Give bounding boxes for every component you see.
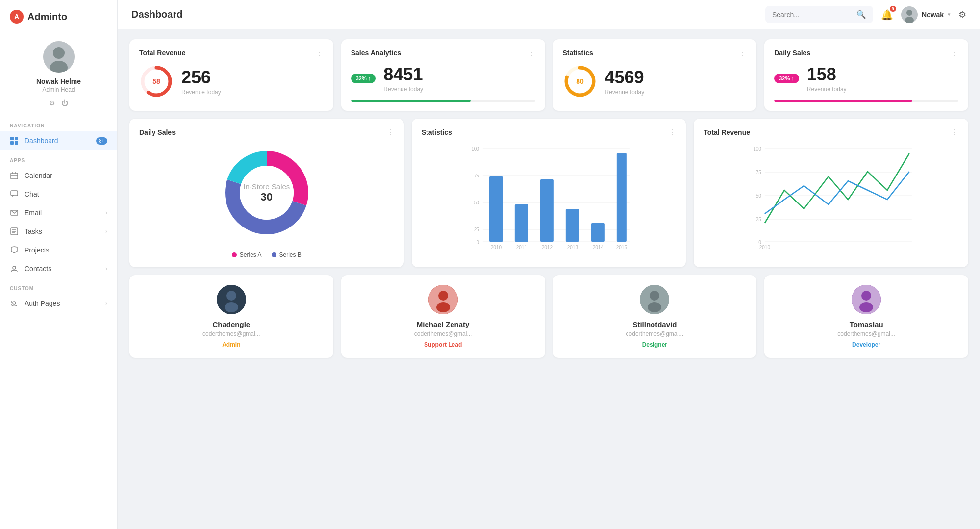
- person-stillnotdavid: Stillnotdavid coderthemes@gmai... Design…: [553, 275, 757, 358]
- chart-daily-sales: Daily Sales ⋮: [129, 119, 404, 267]
- svg-rect-4: [15, 137, 18, 140]
- sales-number: 8451: [383, 64, 535, 85]
- svg-point-69: [650, 291, 659, 301]
- line-chart-svg: 100 75 50 25 0 201: [704, 144, 958, 252]
- sidebar-item-dashboard[interactable]: Dashboard 8+: [0, 131, 117, 150]
- email-icon: [10, 208, 19, 217]
- donut-center-num: 30: [243, 191, 290, 203]
- legend-label-a: Series A: [240, 252, 262, 258]
- bar-2014: [591, 223, 604, 242]
- svg-rect-5: [10, 141, 14, 145]
- main-content: Dashboard 🔍 🔔 9 Nowak ▾ ⚙: [118, 0, 980, 529]
- daily-badge: 32% ↑: [774, 74, 799, 83]
- people-row: Chadengle coderthemes@gmai... Admin Mich…: [129, 275, 968, 358]
- card-menu-sales-analytics[interactable]: ⋮: [528, 48, 535, 57]
- dashboard-icon: [10, 136, 19, 145]
- legend-label-b: Series B: [279, 252, 302, 258]
- card-statistics: Statistics ⋮ 80 4569 Revenue today: [553, 39, 757, 111]
- custom-section-label: CUSTOM: [0, 278, 117, 294]
- legend-series-a: Series A: [232, 252, 262, 258]
- person-email-tomaslau: coderthemes@gmai...: [837, 330, 895, 337]
- revenue-number: 256: [181, 67, 324, 88]
- projects-icon: [10, 246, 19, 254]
- person-name-michael: Michael Zenaty: [417, 320, 470, 328]
- svg-point-1: [53, 47, 65, 59]
- person-email-chadengle: coderthemes@gmai...: [202, 330, 260, 337]
- daily-label: Revenue today: [807, 86, 958, 93]
- svg-rect-11: [11, 191, 18, 196]
- svg-rect-7: [11, 173, 18, 179]
- search-box[interactable]: 🔍: [765, 6, 873, 23]
- settings-icon[interactable]: ⚙: [49, 99, 55, 107]
- header: Dashboard 🔍 🔔 9 Nowak ▾ ⚙: [118, 0, 980, 29]
- svg-point-17: [13, 266, 16, 269]
- chart-statistics: Statistics ⋮ 100 75 50 25 0: [412, 119, 686, 267]
- person-name-stillnotdavid: Stillnotdavid: [632, 320, 677, 328]
- svg-text:2010: 2010: [490, 245, 502, 250]
- bar-2012: [540, 179, 553, 242]
- contacts-arrow: ›: [105, 265, 107, 272]
- svg-rect-3: [10, 137, 14, 140]
- stats-number: 4569: [605, 67, 747, 88]
- chart-menu-total-revenue[interactable]: ⋮: [951, 127, 958, 137]
- logo-icon: A: [10, 10, 24, 24]
- header-settings-icon[interactable]: ⚙: [958, 9, 966, 20]
- tasks-arrow: ›: [105, 228, 107, 235]
- content-area: Total Revenue ⋮ 58 256 Revenue today: [118, 29, 980, 529]
- dashboard-label: Dashboard: [25, 137, 58, 145]
- sidebar-item-email[interactable]: Email ›: [0, 203, 117, 222]
- projects-label: Projects: [25, 246, 50, 254]
- donut-center-text: In-Store Sales: [243, 182, 290, 191]
- bar-2015: [616, 153, 626, 242]
- svg-point-66: [438, 291, 448, 301]
- person-email-michael: coderthemes@gmai...: [414, 330, 472, 337]
- daily-progress: [774, 100, 912, 102]
- chart-menu-daily-sales[interactable]: ⋮: [386, 127, 394, 137]
- tasks-icon: [10, 227, 19, 236]
- chart-title-statistics: Statistics: [422, 128, 452, 136]
- bar-2010: [489, 176, 503, 242]
- app-logo: A Adminto: [0, 10, 117, 33]
- search-icon: 🔍: [856, 10, 866, 19]
- card-menu-statistics[interactable]: ⋮: [739, 48, 747, 57]
- svg-text:2012: 2012: [541, 245, 553, 250]
- card-menu-total-revenue[interactable]: ⋮: [316, 48, 324, 57]
- svg-text:75: 75: [756, 170, 762, 175]
- svg-point-72: [861, 291, 871, 301]
- svg-text:2011: 2011: [516, 245, 527, 250]
- search-input[interactable]: [772, 11, 853, 19]
- svg-text:75: 75: [474, 173, 479, 178]
- svg-text:2010: 2010: [759, 245, 771, 250]
- sidebar-item-chat[interactable]: Chat: [0, 185, 117, 203]
- bar-2011: [514, 204, 528, 242]
- email-arrow: ›: [105, 209, 107, 216]
- circle-progress-statistics: 80: [563, 64, 597, 99]
- revenue-label: Revenue today: [181, 89, 324, 96]
- svg-text:25: 25: [474, 227, 479, 232]
- card-menu-daily-sales[interactable]: ⋮: [951, 48, 958, 57]
- person-name-chadengle: Chadengle: [213, 320, 251, 328]
- sidebar-item-tasks[interactable]: Tasks ›: [0, 222, 117, 241]
- notification-badge: 9: [890, 6, 896, 12]
- person-role-chadengle: Admin: [222, 341, 240, 348]
- svg-text:58: 58: [152, 77, 160, 85]
- avatar-chadengle: [217, 285, 246, 314]
- chart-total-revenue: Total Revenue ⋮ 100 75 50 25 0: [694, 119, 968, 267]
- auth-pages-icon: [10, 299, 19, 308]
- bar-chart-svg: 100 75 50 25 0: [422, 144, 677, 252]
- chart-menu-statistics[interactable]: ⋮: [668, 127, 676, 137]
- line-green: [765, 153, 909, 223]
- sidebar-item-calendar[interactable]: Calendar: [0, 166, 117, 185]
- profile-avatar: [43, 41, 75, 73]
- notification-button[interactable]: 🔔 9: [881, 9, 893, 21]
- svg-point-63: [226, 291, 236, 301]
- card-total-revenue: Total Revenue ⋮ 58 256 Revenue today: [129, 39, 333, 111]
- profile-actions: ⚙ ⏻: [49, 99, 68, 107]
- sidebar-item-projects[interactable]: Projects: [0, 241, 117, 259]
- sidebar-item-contacts[interactable]: Contacts ›: [0, 259, 117, 278]
- donut-wrapper: In-Store Sales 30: [218, 144, 316, 242]
- sidebar-item-auth-pages[interactable]: Auth Pages ›: [0, 294, 117, 313]
- chart-title-total-revenue: Total Revenue: [704, 128, 750, 136]
- user-menu[interactable]: Nowak ▾: [901, 6, 951, 23]
- power-icon[interactable]: ⏻: [61, 99, 68, 107]
